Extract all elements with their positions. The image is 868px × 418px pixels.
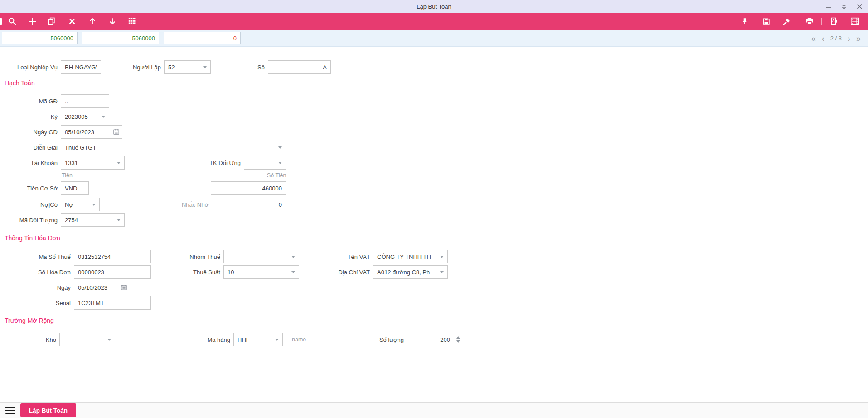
total-debit-field[interactable] bbox=[2, 32, 78, 44]
thue-suat-select[interactable]: 10 bbox=[223, 265, 299, 279]
ngay-label: Ngày bbox=[57, 284, 74, 291]
media-icon[interactable] bbox=[849, 15, 861, 28]
grid-icon[interactable] bbox=[126, 15, 139, 28]
move-up-icon[interactable] bbox=[86, 15, 99, 28]
prev-record-icon[interactable]: ‹ bbox=[822, 34, 824, 43]
ma-hang-value: HHF bbox=[238, 336, 250, 343]
move-down-icon[interactable] bbox=[106, 15, 119, 28]
delete-icon[interactable] bbox=[66, 15, 78, 28]
first-record-icon[interactable]: « bbox=[811, 34, 816, 43]
tien-co-so-input[interactable] bbox=[61, 181, 89, 195]
tk-doi-ung-select[interactable] bbox=[244, 156, 286, 170]
menu-icon[interactable] bbox=[5, 407, 15, 414]
loai-nghiep-vu-input[interactable] bbox=[61, 60, 101, 74]
tai-khoan-select[interactable]: 1331 bbox=[61, 156, 125, 170]
chevron-down-icon bbox=[275, 339, 279, 341]
toolbar-separator bbox=[821, 18, 822, 25]
ma-so-thue-input[interactable] bbox=[74, 250, 151, 263]
dien-giai-select[interactable]: Thuế GTGT bbox=[61, 141, 286, 154]
close-button[interactable] bbox=[853, 1, 865, 12]
ky-select[interactable]: 2023005 bbox=[61, 110, 109, 123]
field-nhom-thue: Nhóm Thuế bbox=[223, 250, 299, 263]
field-dien-giai: Diễn Giải Thuế GTGT bbox=[61, 141, 286, 154]
minimize-button[interactable] bbox=[823, 1, 834, 12]
chevron-down-icon bbox=[440, 271, 444, 273]
thue-suat-label: Thuế Suất bbox=[193, 269, 223, 276]
ma-hang-label: Mã hàng bbox=[207, 336, 233, 343]
field-so: Số bbox=[268, 60, 331, 74]
footer-bar: Lập Bút Toán bbox=[0, 402, 868, 418]
field-tk-doi-ung: TK Đối Ứng bbox=[244, 156, 286, 170]
field-tai-khoan: Tài Khoản 1331 bbox=[61, 156, 125, 170]
pin-icon[interactable] bbox=[738, 15, 751, 28]
chevron-down-icon bbox=[278, 162, 282, 164]
no-co-label: Nợ|Có bbox=[40, 201, 61, 208]
serial-input[interactable] bbox=[74, 296, 151, 310]
field-ky: Kỳ 2023005 bbox=[61, 110, 109, 123]
field-dia-chi-vat: Địa Chỉ VAT A012 đường C8, Ph bbox=[373, 265, 448, 279]
spin-up-icon[interactable] bbox=[456, 336, 460, 339]
copy-icon[interactable] bbox=[45, 15, 58, 28]
ngay-gd-label: Ngày GD bbox=[34, 129, 61, 136]
tai-khoan-value: 1331 bbox=[65, 160, 78, 166]
serial-label: Serial bbox=[56, 300, 74, 306]
field-ten-vat: Tên VAT CÔNG TY TNHH TH bbox=[373, 250, 448, 263]
clipped-icon[interactable] bbox=[0, 18, 2, 25]
save-icon[interactable] bbox=[760, 15, 772, 28]
so-luong-input[interactable] bbox=[407, 333, 462, 346]
record-position: 2 / 3 bbox=[830, 35, 842, 42]
dia-chi-vat-label: Địa Chỉ VAT bbox=[338, 269, 373, 276]
nhac-nho-label: Nhắc Nhớ bbox=[182, 201, 212, 208]
so-input[interactable] bbox=[268, 60, 331, 74]
tien-co-so-label: Tiền Cơ Sở bbox=[27, 185, 61, 192]
print-icon[interactable] bbox=[803, 15, 816, 28]
field-tien-co-so: Tiền Cơ Sở bbox=[61, 181, 89, 195]
calendar-icon[interactable] bbox=[113, 128, 120, 137]
toolbar: A bbox=[0, 13, 868, 30]
dia-chi-vat-select[interactable]: A012 đường C8, Ph bbox=[373, 265, 448, 279]
kho-select[interactable] bbox=[59, 333, 115, 346]
ma-so-thue-label: Mã Số Thuế bbox=[39, 253, 74, 260]
so-hoa-don-input[interactable] bbox=[74, 265, 151, 279]
no-co-select[interactable]: Nợ bbox=[61, 198, 100, 211]
ma-doi-tuong-select[interactable]: 2754 bbox=[61, 213, 125, 227]
nguoi-lap-select[interactable]: 52 bbox=[164, 60, 211, 74]
nhom-thue-select[interactable] bbox=[223, 250, 299, 263]
balance-field[interactable] bbox=[164, 32, 241, 44]
field-nguoi-lap: Người Lập 52 bbox=[164, 60, 211, 74]
ky-label: Kỳ bbox=[51, 113, 61, 120]
search-icon[interactable] bbox=[6, 15, 19, 28]
lap-but-toan-button[interactable]: Lập Bút Toán bbox=[20, 403, 76, 417]
chevron-down-icon bbox=[278, 146, 282, 149]
ma-gd-input[interactable] bbox=[61, 94, 109, 108]
ten-vat-select[interactable]: CÔNG TY TNHH TH bbox=[373, 250, 448, 263]
so-luong-label: Số lượng bbox=[379, 336, 407, 343]
chevron-down-icon bbox=[92, 204, 96, 206]
ma-doi-tuong-value: 2754 bbox=[65, 217, 78, 224]
add-icon[interactable] bbox=[26, 15, 39, 28]
field-ma-doi-tuong: Mã Đối Tượng 2754 bbox=[61, 213, 125, 227]
translate-icon[interactable]: A bbox=[828, 15, 840, 28]
field-ma-gd: Mã GĐ bbox=[61, 94, 109, 108]
total-credit-field[interactable] bbox=[82, 32, 159, 44]
ten-vat-label: Tên VAT bbox=[348, 253, 373, 260]
so-tien-input[interactable] bbox=[211, 181, 286, 195]
next-record-icon[interactable]: › bbox=[848, 34, 850, 43]
window-title: Lập Bút Toán bbox=[0, 0, 868, 13]
chevron-down-icon bbox=[107, 339, 111, 341]
toolbar-separator bbox=[798, 18, 798, 25]
ma-doi-tuong-label: Mã Đối Tượng bbox=[19, 217, 61, 224]
restore-button[interactable] bbox=[838, 1, 850, 12]
ten-vat-value: CÔNG TY TNHH TH bbox=[377, 253, 431, 260]
nhac-nho-input[interactable] bbox=[212, 198, 286, 211]
spin-down-icon[interactable] bbox=[456, 340, 460, 343]
chevron-down-icon bbox=[203, 66, 207, 68]
field-so-hoa-don: Số Hóa Đơn bbox=[74, 265, 151, 279]
calendar-icon[interactable] bbox=[121, 284, 127, 292]
section-hoa-don-title: Thông Tin Hóa Đơn bbox=[5, 234, 60, 242]
form-content: Loại Nghiệp Vụ Người Lập 52 Số Hạch Toán… bbox=[0, 47, 868, 402]
tools-icon[interactable] bbox=[780, 15, 793, 28]
ma-hang-select[interactable]: HHF bbox=[233, 333, 283, 346]
last-record-icon[interactable]: » bbox=[856, 34, 861, 43]
field-loai-nghiep-vu: Loại Nghiệp Vụ bbox=[61, 60, 101, 74]
